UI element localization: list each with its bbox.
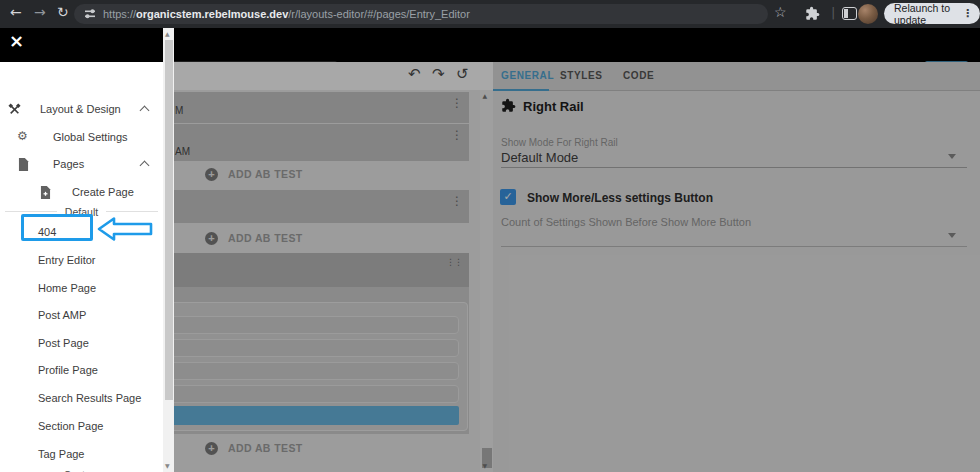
relaunch-button[interactable]: Relaunch to update ⋮ (884, 3, 980, 24)
scroll-down-icon[interactable]: ▼ (483, 463, 488, 469)
site-info-icon[interactable] (84, 8, 96, 20)
module-title-fragment: M (175, 105, 183, 116)
annotation-arrow-icon (97, 217, 153, 241)
side-panel-icon[interactable] (842, 7, 857, 20)
pages-drawer: × Layout & Design ⚙ Global Settings Page… (0, 28, 174, 472)
drawer-header: × (0, 28, 163, 62)
show-more-less-checkbox[interactable]: ✓ (500, 189, 516, 205)
nav-global-settings[interactable]: ⚙ Global Settings (0, 130, 163, 146)
scroll-up-icon[interactable]: ▲ (483, 93, 488, 99)
tab-code[interactable]: CODE (623, 70, 654, 81)
page-item-home-page[interactable]: Home Page (38, 282, 96, 294)
screen: ← → ↻ https://organicstem.rebelmouse.dev… (0, 0, 980, 472)
field-underline (501, 246, 967, 247)
scrollbar-thumb[interactable] (165, 40, 173, 400)
active-tab-underline (493, 89, 549, 91)
module-menu-icon[interactable]: ⋮ (451, 195, 462, 207)
avatar[interactable] (858, 4, 878, 24)
show-mode-caret-icon[interactable] (948, 154, 956, 159)
scroll-down-icon[interactable]: ▼ (165, 463, 170, 469)
annotation-highlight-box (21, 214, 93, 241)
plus-circle-icon: + (205, 232, 218, 245)
tab-styles[interactable]: STYLES (560, 70, 603, 81)
count-settings-caret-icon[interactable] (948, 233, 956, 238)
count-settings-label: Count of Settings Shown Before Show More… (501, 216, 751, 228)
chrome-menu-icon[interactable]: ⋮ (962, 8, 973, 19)
history-icon[interactable]: ↺ (456, 67, 469, 82)
bookmark-star-icon[interactable]: ☆ (774, 5, 787, 19)
reload-icon[interactable]: ↻ (57, 5, 69, 19)
back-icon[interactable]: ← (10, 5, 22, 19)
undo-icon[interactable]: ↶ (408, 67, 421, 82)
page-item-profile-page[interactable]: Profile Page (38, 364, 98, 376)
drawer-scrollbar[interactable]: ▲ ▼ (163, 28, 174, 472)
drawer-body: Layout & Design ⚙ Global Settings Pages … (0, 62, 163, 472)
page-item-tag-page[interactable]: Tag Page (38, 448, 84, 460)
page-item-post-page[interactable]: Post Page (38, 337, 89, 349)
toolbar-separator: | (831, 6, 835, 19)
page-item-entry-editor[interactable]: Entry Editor (38, 254, 95, 266)
field-underline (501, 167, 967, 168)
redo-icon[interactable]: ↷ (432, 67, 445, 82)
tab-general[interactable]: GENERAL (501, 70, 554, 81)
module-drag-handle-icon[interactable]: ⋮⋮ (446, 258, 462, 267)
plus-circle-icon: + (205, 168, 218, 181)
page-item-search-results-page[interactable]: Search Results Page (38, 392, 141, 404)
gear-icon: ⚙ (17, 130, 28, 142)
url-bar[interactable]: https://organicstem.rebelmouse.dev/r/lay… (74, 4, 768, 24)
scroll-up-icon[interactable]: ▲ (165, 31, 170, 37)
close-icon[interactable]: × (9, 32, 24, 50)
module-menu-icon[interactable]: ⋮ (451, 97, 462, 109)
module-menu-icon[interactable]: ⋮ (451, 129, 462, 141)
nav-create-page[interactable]: Create Page (0, 185, 163, 201)
nav-pages[interactable]: Pages (0, 157, 163, 173)
nav-layout-design[interactable]: Layout & Design (0, 102, 163, 118)
page-item-section-page[interactable]: Section Page (38, 420, 103, 432)
file-plus-icon (40, 186, 51, 199)
puzzle-icon (501, 98, 516, 113)
chevron-up-icon[interactable] (140, 106, 150, 116)
show-more-less-label: Show More/Less settings Button (527, 191, 713, 205)
page-item-post-amp[interactable]: Post AMP (38, 309, 86, 321)
file-icon (18, 158, 29, 171)
relaunch-label: Relaunch to update (894, 2, 956, 26)
tools-icon (8, 103, 21, 116)
chevron-up-icon[interactable] (140, 161, 150, 171)
inspector-panel: GENERAL STYLES CODE Right Rail Show Mode… (493, 62, 980, 472)
extensions-icon[interactable] (805, 6, 820, 21)
show-mode-select[interactable]: Default Mode (501, 150, 578, 165)
inspector-tabbar: GENERAL STYLES CODE (493, 62, 980, 91)
show-mode-label: Show Mode For Right Rail (501, 137, 618, 148)
forward-icon[interactable]: → (34, 5, 46, 19)
module-title-fragment: AM (175, 146, 190, 157)
url-text[interactable]: https://organicstem.rebelmouse.dev/r/lay… (103, 8, 470, 20)
plus-circle-icon: + (205, 442, 218, 455)
canvas-scrollbar[interactable]: ▲ ▼ (480, 90, 493, 472)
browser-chrome: ← → ↻ https://organicstem.rebelmouse.dev… (0, 0, 980, 28)
group-divider-custom: Custom (0, 468, 163, 472)
panel-title: Right Rail (523, 99, 584, 114)
